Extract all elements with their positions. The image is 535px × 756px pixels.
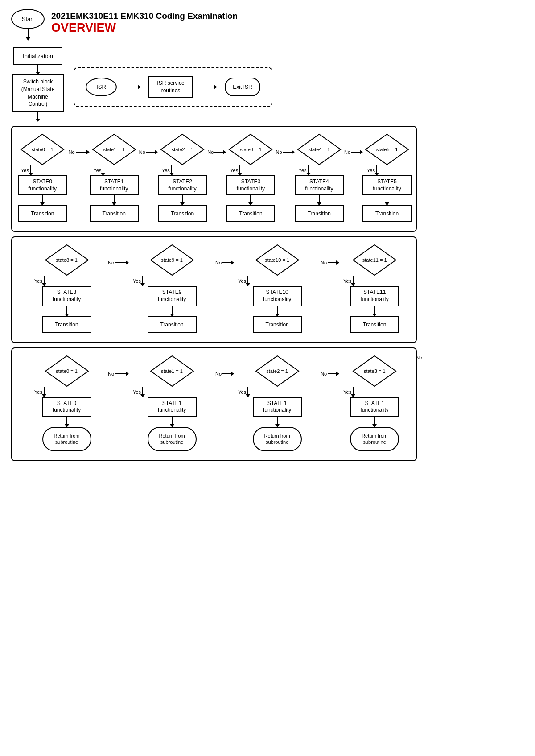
yes-label-r3: Yes — [343, 389, 351, 395]
state11-diamond: state11 = 1 — [352, 244, 397, 276]
stater3-func: STATE1functionality — [350, 397, 399, 417]
init-box: Initialization — [13, 47, 62, 65]
yes-label-r2: Yes — [238, 389, 246, 395]
state10-func: STATE10functionality — [253, 286, 302, 306]
state10-label: state10 = 1 — [265, 257, 289, 263]
state9-func: STATE9functionality — [148, 286, 197, 306]
no-label-r3: No — [416, 355, 422, 360]
return3: Return fromsubroutine — [350, 427, 399, 451]
isr-section: ISR ISR serviceroutines Exit ISR — [74, 67, 272, 107]
page-title: 2021EMK310E11 EMK310 Coding Examination — [51, 11, 238, 21]
stater1-diamond: state1 = 1 — [150, 355, 194, 387]
no-label-r12: No — [215, 371, 222, 376]
switch-box: Switch block(Manual StateMachine Control… — [12, 74, 64, 112]
page: Start 2021EMK310E11 EMK310 Coding Examin… — [9, 9, 419, 461]
no-label-45: No — [344, 149, 350, 155]
stater0-col: state0 = 1 Yes STATE0functionality Retur… — [16, 355, 108, 451]
state9-col: state9 = 1 Yes STATE9functionality Trans… — [128, 244, 215, 333]
state3-label: state3 = 1 — [240, 147, 262, 152]
section1: state0 = 1 Yes STATE0functionality Trans… — [11, 126, 417, 232]
state4-label: state4 = 1 — [309, 147, 330, 152]
state1-label: state1 = 1 — [103, 147, 125, 152]
state0-label: state0 = 1 — [32, 147, 54, 152]
state5-col: state5 = 1 Yes STATE5functionality Trans… — [362, 133, 412, 222]
state1-func: STATE1functionality — [90, 175, 139, 195]
stater2-diamond: state2 = 1 — [255, 355, 300, 387]
switch-label: Switch block(Manual StateMachine Control… — [18, 78, 58, 108]
state0-diamond: state0 = 1 — [20, 133, 65, 165]
isr-service-box: ISR serviceroutines — [148, 76, 193, 98]
stater0-label: state0 = 1 — [56, 368, 78, 374]
state1-col: state1 = 1 Yes STATE1functionality Trans… — [89, 133, 139, 222]
yes-label-0: Yes — [21, 168, 29, 173]
stater1-col: state1 = 1 Yes STATE1functionality Retur… — [128, 355, 215, 451]
state5-func: STATE5functionality — [362, 175, 412, 195]
state3-col: state3 = 1 Yes STATE3functionality Trans… — [226, 133, 276, 222]
state0-col: state0 = 1 Yes STATE0functionality Trans… — [16, 133, 68, 222]
init-label: Initialization — [23, 53, 53, 59]
no-label-01: No — [68, 149, 74, 155]
no-label-r01: No — [108, 371, 114, 376]
state11-label: state11 = 1 — [362, 257, 387, 263]
stater3-col: state3 = 1 No Yes STATE1functionality Re… — [339, 355, 410, 451]
exit-isr-box: Exit ISR — [225, 78, 260, 96]
no-label-1011: No — [321, 260, 327, 265]
yes-label-8: Yes — [34, 278, 42, 284]
subtitle: OVERVIEW — [51, 21, 238, 35]
state11-func: STATE11functionality — [350, 286, 399, 306]
yes-label-2: Yes — [162, 168, 170, 173]
no-label-89: No — [108, 260, 114, 265]
isr-oval: ISR — [86, 78, 117, 96]
no-label-34: No — [276, 149, 282, 155]
state5-label: state5 = 1 — [376, 147, 398, 152]
stater0-diamond: state0 = 1 — [45, 355, 89, 387]
no-label-12: No — [139, 149, 145, 155]
state9-label: state9 = 1 — [161, 257, 183, 263]
stater2-func: STATE1functionality — [253, 397, 302, 417]
yes-label-11: Yes — [343, 278, 351, 284]
no-label-r23: No — [321, 371, 327, 376]
state4-func: STATE4functionality — [295, 175, 344, 195]
state2-label: state2 = 1 — [172, 147, 193, 152]
yes-label-3: Yes — [230, 168, 238, 173]
return0: Return fromsubroutine — [42, 427, 91, 451]
start-oval: Start — [11, 9, 45, 29]
no-label-23: No — [207, 149, 214, 155]
state9-diamond: state9 = 1 — [150, 244, 194, 276]
state8-col: state8 = 1 Yes STATE8functionality Trans… — [16, 244, 108, 333]
state1-diamond: state1 = 1 — [92, 133, 136, 165]
state4-col: state4 = 1 Yes STATE4functionality Trans… — [294, 133, 344, 222]
state2-diamond: state2 = 1 — [160, 133, 205, 165]
yes-label-10: Yes — [238, 278, 246, 284]
state10-diamond: state10 = 1 — [255, 244, 300, 276]
state5-diamond: state5 = 1 — [365, 133, 409, 165]
stater2-col: state2 = 1 Yes STATE1functionality Retur… — [234, 355, 321, 451]
exit-isr-label: Exit ISR — [233, 84, 252, 90]
section2: state8 = 1 Yes STATE8functionality Trans… — [11, 236, 417, 343]
start-label: Start — [22, 16, 34, 22]
state8-func: STATE8functionality — [42, 286, 91, 306]
yes-label-5: Yes — [367, 168, 375, 173]
yes-label-r0: Yes — [34, 389, 42, 395]
stater0-func: STATE0functionality — [42, 397, 91, 417]
isr-label: ISR — [96, 83, 106, 90]
yes-label-4: Yes — [299, 168, 307, 173]
stater1-label: state1 = 1 — [161, 368, 183, 374]
stater1-func: STATE1functionality — [148, 397, 197, 417]
state3-func: STATE3functionality — [226, 175, 275, 195]
state3-diamond: state3 = 1 — [228, 133, 273, 165]
return2: Return fromsubroutine — [253, 427, 302, 451]
isr-service-label: ISR serviceroutines — [157, 79, 184, 95]
state0-func: STATE0functionality — [18, 175, 67, 195]
state11-col: state11 = 1 Yes STATE11functionality Tra… — [339, 244, 410, 333]
section3: state0 = 1 Yes STATE0functionality Retur… — [11, 347, 417, 461]
return1: Return fromsubroutine — [148, 427, 197, 451]
state2-col: state2 = 1 Yes STATE2functionality Trans… — [157, 133, 207, 222]
no-label-910: No — [215, 260, 222, 265]
state4-diamond: state4 = 1 — [297, 133, 342, 165]
stater2-label: state2 = 1 — [266, 368, 288, 374]
state10-col: state10 = 1 Yes STATE10functionality Tra… — [234, 244, 321, 333]
state8-diamond: state8 = 1 — [45, 244, 89, 276]
title-block: 2021EMK310E11 EMK310 Coding Examination … — [51, 11, 238, 35]
state8-label: state8 = 1 — [56, 257, 78, 263]
